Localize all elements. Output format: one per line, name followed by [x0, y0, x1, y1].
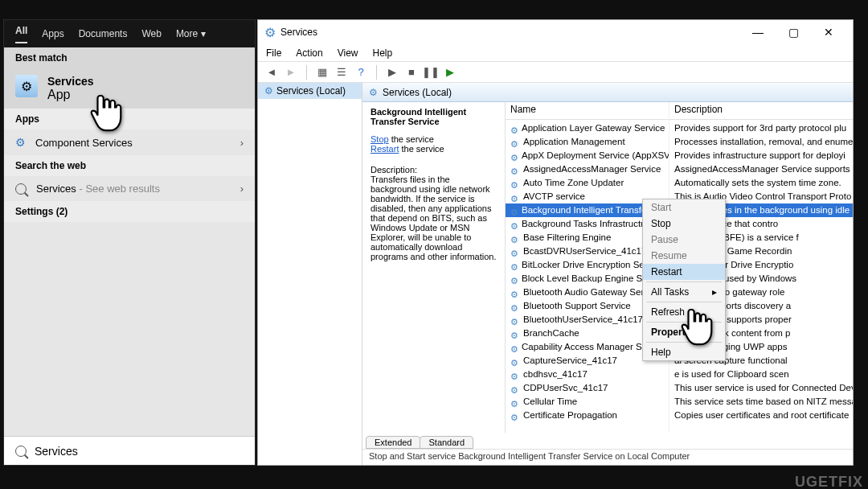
web-result[interactable]: Services - See web results ›	[4, 176, 255, 201]
gear-icon: ⚙	[510, 233, 520, 243]
apps-result-component-services[interactable]: ⚙ Component Services ›	[4, 129, 255, 155]
gear-icon: ⚙	[15, 136, 26, 149]
ctx-stop[interactable]: Stop	[643, 216, 725, 232]
service-row[interactable]: ⚙Auto Time Zone Updater	[506, 176, 669, 190]
titlebar: ⚙ Services — ▢ ✕	[258, 20, 853, 44]
service-row[interactable]: ⚙Application Management	[506, 135, 669, 149]
tab-all[interactable]: All	[15, 25, 27, 43]
gear-icon: ⚙	[510, 411, 520, 421]
menu-view[interactable]: View	[338, 47, 358, 59]
gear-icon: ⚙	[510, 179, 520, 188]
tree-node-services-local[interactable]: ⚙ Services (Local)	[258, 83, 362, 99]
stop-icon[interactable]: ■	[404, 65, 419, 80]
search-input-row[interactable]: Services	[4, 436, 255, 465]
gear-icon: ⚙	[510, 124, 518, 134]
best-match-item[interactable]: ⚙ Services App	[4, 68, 255, 109]
tab-standard[interactable]: Standard	[420, 436, 473, 449]
apps-result-label: Component Services	[35, 137, 133, 149]
service-row[interactable]: ⚙Certificate Propagation	[506, 409, 669, 422]
tab-more[interactable]: More ▾	[176, 28, 206, 39]
chevron-right-icon: ›	[240, 137, 244, 149]
best-match-title: Services	[47, 75, 94, 88]
gear-icon: ⚙	[264, 25, 276, 40]
service-row-desc: This service sets time based on NITZ mes…	[669, 395, 853, 409]
restart-link[interactable]: Restart	[371, 144, 399, 154]
back-icon[interactable]: ◄	[264, 65, 279, 80]
content-header-bar: ⚙ Services (Local)	[362, 83, 853, 102]
service-row-desc: Copies user certificates and root certif…	[669, 409, 853, 422]
ctx-help[interactable]: Help	[643, 344, 725, 360]
play-icon[interactable]: ▶	[385, 65, 399, 80]
tab-documents[interactable]: Documents	[79, 28, 128, 39]
service-detail-pane: Background Intelligent Transfer Service …	[362, 102, 506, 433]
menu-file[interactable]: File	[266, 47, 281, 59]
service-row[interactable]: ⚙cbdhsvc_41c17	[506, 368, 669, 381]
view-tabs: Extended Standard	[362, 433, 853, 449]
window-title: Services	[280, 27, 740, 38]
grid-icon[interactable]: ▦	[315, 65, 330, 80]
gear-icon: ⚙	[369, 87, 378, 98]
best-match-subtitle: App	[47, 88, 94, 102]
best-match-header: Best match	[4, 47, 255, 68]
search-input-text: Services	[35, 445, 78, 458]
gear-icon: ⚙	[510, 397, 520, 407]
gear-icon: ⚙	[510, 192, 520, 202]
restart-icon[interactable]: ▶	[443, 65, 457, 80]
gear-icon: ⚙	[510, 274, 518, 284]
gear-icon: ⚙	[510, 206, 518, 216]
service-row-desc: This user service is used for Connected …	[669, 381, 853, 395]
service-row[interactable]: ⚙Application Layer Gateway Service	[506, 121, 669, 135]
minimize-button[interactable]: —	[740, 21, 776, 43]
service-row-desc: Provides support for 3rd party protocol …	[669, 121, 853, 135]
help-icon[interactable]: ?	[354, 65, 368, 80]
pause-icon[interactable]: ❚❚	[424, 65, 438, 80]
maximize-button[interactable]: ▢	[776, 21, 811, 43]
services-list: Name ⚙Application Layer Gateway Service⚙…	[506, 102, 853, 433]
chevron-right-icon: ›	[240, 183, 244, 195]
gear-icon: ⚙	[510, 165, 520, 175]
service-row-desc: Automatically sets the system time zone.	[669, 176, 853, 190]
search-filter-tabs: All Apps Documents Web More ▾	[4, 20, 255, 47]
ctx-resume: Resume	[643, 248, 725, 264]
services-window: ⚙ Services — ▢ ✕ File Action View Help ◄…	[257, 19, 854, 466]
service-context-menu: Start Stop Pause Resume Restart All Task…	[642, 199, 726, 361]
search-icon	[15, 446, 27, 457]
service-row-desc: AssignedAccessManager Service supports	[669, 162, 853, 176]
service-row[interactable]: ⚙Cellular Time	[506, 395, 669, 409]
close-button[interactable]: ✕	[811, 21, 846, 43]
gear-icon: ⚙	[510, 315, 520, 325]
ctx-refresh[interactable]: Refresh	[643, 304, 725, 320]
ctx-pause: Pause	[643, 232, 725, 248]
gear-icon: ⚙	[510, 220, 518, 229]
properties-icon[interactable]: ☰	[334, 65, 349, 80]
settings-header: Settings (2)	[4, 201, 255, 222]
gear-icon: ⚙	[510, 384, 520, 393]
tab-extended[interactable]: Extended	[366, 436, 420, 449]
forward-icon[interactable]: ►	[284, 65, 298, 80]
service-row-desc: Provides infrastructure support for depl…	[669, 149, 853, 162]
service-row[interactable]: ⚙AppX Deployment Service (AppXSVC)	[506, 149, 669, 162]
column-name-header[interactable]: Name	[506, 102, 669, 120]
web-header: Search the web	[4, 155, 255, 176]
service-row[interactable]: ⚙CDPUserSvc_41c17	[506, 381, 669, 395]
ctx-all-tasks[interactable]: All Tasks▸	[643, 284, 725, 300]
ctx-start: Start	[643, 199, 725, 216]
menu-help[interactable]: Help	[373, 47, 393, 59]
gear-icon: ⚙	[510, 261, 518, 270]
tab-apps[interactable]: Apps	[42, 28, 63, 39]
selected-service-name: Background Intelligent Transfer Service	[371, 107, 497, 126]
gear-icon: ⚙	[510, 356, 520, 366]
toolbar: ◄ ► ▦ ☰ ? ▶ ■ ❚❚ ▶	[258, 62, 853, 83]
menu-action[interactable]: Action	[296, 47, 322, 59]
apps-header: Apps	[4, 109, 255, 129]
stop-link[interactable]: Stop	[371, 134, 389, 144]
gear-icon: ⚙	[510, 138, 520, 147]
service-row-desc: Processes installation, removal, and enu…	[669, 135, 853, 149]
gear-icon: ⚙	[510, 329, 520, 339]
ctx-restart[interactable]: Restart	[643, 264, 725, 280]
column-description-header[interactable]: Description	[669, 102, 853, 120]
service-row[interactable]: ⚙AssignedAccessManager Service	[506, 162, 669, 176]
tab-web[interactable]: Web	[141, 28, 161, 39]
ctx-properties[interactable]: Properties	[643, 324, 725, 340]
console-tree: ⚙ Services (Local)	[258, 83, 362, 465]
